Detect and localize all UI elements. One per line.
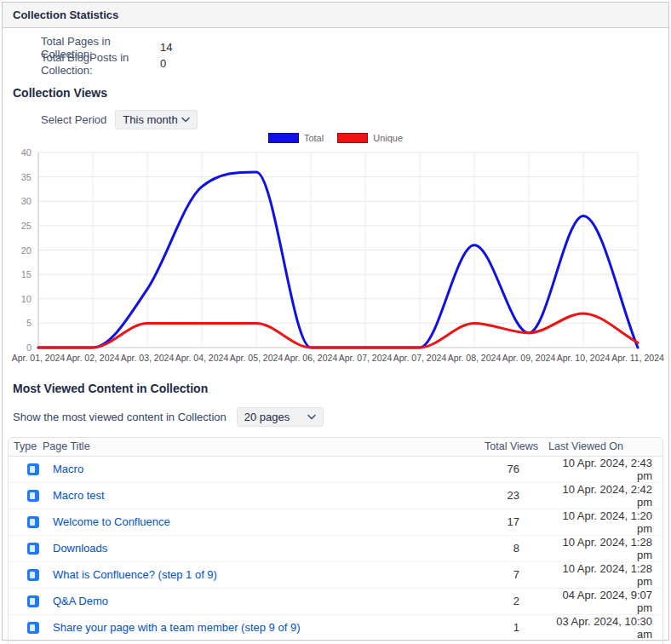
total-views-cell: 17	[460, 509, 545, 535]
legend-swatch-icon	[337, 133, 368, 143]
collection-views-heading: Collection Views	[13, 86, 668, 100]
stat-label: Total BlogPosts in Collection:	[41, 51, 160, 77]
content-type-cell	[9, 456, 43, 482]
page-icon	[27, 569, 39, 581]
legend-swatch-icon	[268, 133, 299, 143]
last-viewed-cell: 10 Apr. 2024, 1:20 pm	[545, 509, 662, 535]
svg-text:Apr. 01, 2024: Apr. 01, 2024	[12, 353, 66, 363]
last-viewed-cell: 10 Apr. 2024, 1:28 pm	[545, 535, 662, 561]
period-row: Select Period This month	[41, 110, 668, 129]
total-views-cell: 1	[460, 641, 545, 644]
page-title-link[interactable]: Macro	[53, 463, 83, 475]
page-title-cell: Q&A Demo	[43, 588, 460, 614]
svg-text:30: 30	[21, 196, 32, 206]
column-header-last-viewed: Last Viewed On	[545, 438, 662, 456]
page-title-cell: Share your page with a team member (step…	[43, 614, 460, 641]
svg-text:10: 10	[21, 294, 32, 304]
views-line-chart: 0510152025303540Apr. 01, 2024Apr. 02, 20…	[9, 144, 667, 364]
svg-text:25: 25	[21, 221, 32, 231]
last-viewed-cell: 10 Apr. 2024, 2:42 pm	[545, 482, 662, 509]
chevron-down-icon	[181, 117, 190, 123]
legend-item-total: Total	[268, 133, 324, 143]
last-viewed-cell: 03 Apr. 2024, 11:29 am	[545, 641, 662, 644]
page-icon	[27, 622, 39, 634]
total-views-cell: 8	[460, 535, 545, 561]
table-row: A quick look at the editor (step 2 of 9)…	[9, 641, 662, 644]
stat-value: 14	[160, 41, 172, 54]
collection-stats: Total Pages in Collection: 14 Total Blog…	[41, 39, 668, 72]
content-type-cell	[9, 641, 43, 644]
total-views-cell: 23	[460, 482, 545, 509]
content-type-cell	[9, 588, 43, 614]
table-row: Macro7610 Apr. 2024, 2:43 pm	[9, 456, 662, 482]
column-header-page-title: Page Title	[43, 438, 460, 456]
panel-title: Collection Statistics	[13, 9, 118, 21]
collection-statistics-panel: Collection Statistics Total Pages in Col…	[2, 2, 669, 641]
page-icon	[27, 516, 39, 528]
page-icon	[27, 543, 39, 555]
content-type-cell	[9, 509, 43, 535]
table-header-row: Type Page Title Total Views Last Viewed …	[9, 438, 662, 456]
svg-text:Apr. 07, 2024: Apr. 07, 2024	[393, 353, 447, 363]
select-period-dropdown[interactable]: This month	[115, 110, 198, 129]
page-title-cell: Macro test	[43, 482, 460, 509]
most-viewed-table: Type Page Title Total Views Last Viewed …	[9, 438, 662, 644]
svg-text:Apr. 06, 2024: Apr. 06, 2024	[284, 353, 338, 363]
stat-value: 0	[160, 57, 166, 70]
page-icon	[27, 595, 39, 607]
content-type-cell	[9, 561, 43, 588]
last-viewed-cell: 04 Apr. 2024, 9:07 pm	[545, 588, 662, 614]
svg-text:Apr. 05, 2024: Apr. 05, 2024	[230, 353, 284, 363]
svg-text:0: 0	[26, 342, 32, 353]
select-period-label: Select Period	[41, 113, 106, 126]
svg-text:15: 15	[21, 269, 32, 279]
table-row: Downloads810 Apr. 2024, 1:28 pm	[9, 535, 662, 561]
page-title-link[interactable]: Share your page with a team member (step…	[53, 621, 300, 634]
chart-legend: TotalUnique	[3, 132, 668, 144]
content-type-cell	[9, 482, 43, 509]
filter-label: Show the most viewed content in Collecti…	[13, 411, 227, 423]
svg-text:Apr. 07, 2024: Apr. 07, 2024	[339, 353, 393, 363]
column-header-total-views: Total Views	[460, 438, 545, 456]
total-views-cell: 2	[460, 588, 545, 614]
legend-label: Total	[304, 133, 324, 143]
svg-text:Apr. 02, 2024: Apr. 02, 2024	[66, 353, 120, 363]
page-title-cell: Downloads	[43, 535, 460, 561]
page-title-cell: Macro	[43, 456, 460, 482]
content-type-cell	[9, 614, 43, 641]
page-icon	[27, 463, 39, 475]
page-title-link[interactable]: Macro test	[53, 489, 105, 502]
page-icon	[27, 490, 39, 502]
most-viewed-filter-row: Show the most viewed content in Collecti…	[13, 407, 668, 427]
svg-text:Apr. 04, 2024: Apr. 04, 2024	[175, 353, 229, 363]
svg-text:20: 20	[21, 245, 32, 256]
page-title-link[interactable]: Q&A Demo	[53, 595, 108, 607]
most-viewed-heading: Most Viewed Content in Collection	[13, 382, 668, 395]
svg-text:35: 35	[21, 172, 32, 182]
table-row: What is Confluence? (step 1 of 9)710 Apr…	[9, 561, 662, 588]
pages-count-dropdown[interactable]: 20 pages	[237, 407, 324, 427]
last-viewed-cell: 10 Apr. 2024, 1:28 pm	[545, 561, 662, 588]
svg-text:40: 40	[21, 147, 32, 158]
table-row: Welcome to Confluence1710 Apr. 2024, 1:2…	[9, 509, 662, 535]
page-title-link[interactable]: What is Confluence? (step 1 of 9)	[53, 568, 217, 581]
content-type-cell	[9, 535, 43, 561]
svg-text:Apr. 08, 2024: Apr. 08, 2024	[448, 353, 502, 363]
page-title-cell: A quick look at the editor (step 2 of 9)	[43, 641, 460, 644]
page-title-link[interactable]: Downloads	[53, 542, 107, 555]
legend-label: Unique	[373, 133, 403, 143]
views-chart-wrap: 0510152025303540Apr. 01, 2024Apr. 02, 20…	[9, 144, 668, 367]
panel-header: Collection Statistics	[3, 3, 668, 28]
pages-count-value: 20 pages	[244, 411, 290, 423]
total-views-cell: 76	[460, 456, 545, 482]
table-row: Macro test2310 Apr. 2024, 2:42 pm	[9, 482, 662, 509]
svg-text:Apr. 10, 2024: Apr. 10, 2024	[557, 353, 611, 363]
chevron-down-icon	[307, 414, 316, 420]
last-viewed-cell: 03 Apr. 2024, 10:30 am	[545, 614, 662, 641]
total-views-cell: 1	[460, 614, 545, 641]
series-line-total	[38, 172, 638, 348]
most-viewed-table-box: Type Page Title Total Views Last Viewed …	[8, 437, 663, 644]
svg-text:Apr. 11, 2024: Apr. 11, 2024	[611, 353, 664, 363]
select-period-value: This month	[123, 113, 177, 126]
page-title-link[interactable]: Welcome to Confluence	[53, 515, 170, 528]
